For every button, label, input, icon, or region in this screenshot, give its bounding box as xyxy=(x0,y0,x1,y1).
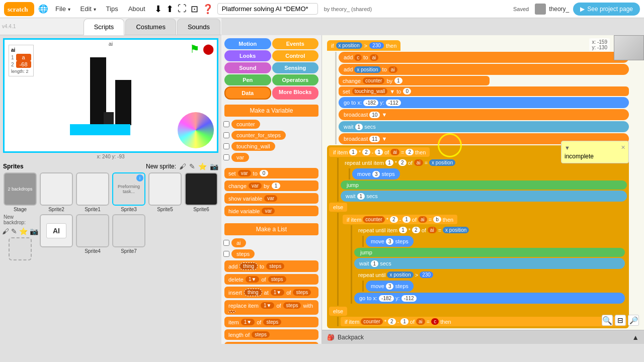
block-add-xpos-ai[interactable]: add x position to ai xyxy=(339,64,629,75)
block-change-counter[interactable]: change counter by 1 xyxy=(339,76,490,85)
var-check-touching-wall[interactable] xyxy=(223,143,229,149)
block-wait-1[interactable]: wait 1 secs xyxy=(339,121,629,132)
list-block-ai[interactable]: ai xyxy=(231,238,246,247)
upload-icon[interactable]: ⬆ xyxy=(166,4,174,15)
block-contains[interactable]: steps contains thing xyxy=(224,342,318,344)
sprite-info-icon[interactable]: i xyxy=(136,174,143,182)
block-broadcast-10[interactable]: broadcast 10 ▼ xyxy=(339,109,629,120)
category-sensing[interactable]: Sensing xyxy=(272,62,319,73)
category-motion[interactable]: Motion xyxy=(224,38,271,49)
menu-tips[interactable]: Tips xyxy=(103,3,121,15)
project-name-input[interactable] xyxy=(217,3,318,15)
menu-edit[interactable]: Edit ▾ xyxy=(77,3,99,15)
sprite-box-sprite7[interactable] xyxy=(112,214,145,247)
sprite-box-sprite2[interactable] xyxy=(40,172,73,206)
sprite-box-ai[interactable]: AI xyxy=(40,214,73,247)
sprite-box-sprite4[interactable] xyxy=(76,214,109,247)
category-events[interactable]: Events xyxy=(272,38,319,49)
block-move-3-2[interactable]: move 3 steps xyxy=(366,236,414,247)
block-insert-thing[interactable]: insert thing at 1▼ of steps xyxy=(224,287,318,298)
category-control[interactable]: Control xyxy=(272,50,319,61)
fullscreen-icon[interactable]: ⛶ xyxy=(178,4,187,14)
else-body-2: if item counter * 2 - 1 of ai = c then xyxy=(337,317,627,326)
surprise-sprite-icon[interactable]: ⭐ xyxy=(198,162,207,170)
block-if-xpos[interactable]: if x position > 230 then xyxy=(327,40,400,51)
backdrop-thumb[interactable] xyxy=(9,237,32,260)
tab-scripts[interactable]: Scripts xyxy=(84,19,125,35)
block-jump-2[interactable]: jump xyxy=(354,248,625,257)
zoom-reset-button[interactable]: ⊟ xyxy=(615,315,626,326)
category-moreblocks[interactable]: More Blocks xyxy=(272,86,319,100)
block-wait-1-3[interactable]: wait 1 secs xyxy=(354,258,625,269)
menu-about[interactable]: About xyxy=(125,3,148,15)
menu-file[interactable]: File ▾ xyxy=(52,3,73,15)
help-icon[interactable]: ❓ xyxy=(202,4,213,15)
block-item-of[interactable]: item 1▼ of steps xyxy=(224,317,318,327)
block-change-var[interactable]: change var by 1 xyxy=(224,180,318,191)
block-wait-1-2[interactable]: wait 1 secs xyxy=(341,191,627,202)
edit-backdrop-icon[interactable]: ✎ xyxy=(11,227,17,235)
block-show-var[interactable]: show variable var xyxy=(224,193,318,204)
block-delete-of[interactable]: delete 1▼ of steps xyxy=(224,274,318,285)
block-add-thing[interactable]: add thing to steps xyxy=(224,260,318,272)
block-if-item-c[interactable]: if item counter * 2 - 1 of ai = c then xyxy=(341,317,627,326)
globe-icon[interactable]: 🌐 xyxy=(38,4,48,14)
make-list-button[interactable]: Make a List xyxy=(224,223,318,235)
block-goto-xy[interactable]: go to x: -182 y: -112 xyxy=(339,97,629,108)
block-repeat-until-2[interactable]: repeat until item 1 * 2 of ai = x positi… xyxy=(354,225,625,235)
var-block-var[interactable]: var xyxy=(231,153,249,162)
list-block-steps[interactable]: steps xyxy=(231,249,255,258)
backpack-chevron[interactable]: ▲ xyxy=(632,333,639,341)
block-add-c-ai[interactable]: add c to ai xyxy=(339,52,629,63)
see-project-button[interactable]: ▶ See project page xyxy=(573,3,640,16)
username[interactable]: theory_ xyxy=(549,6,569,13)
var-check-counter-steps[interactable] xyxy=(223,132,229,138)
tab-sounds[interactable]: Sounds xyxy=(177,19,220,35)
backpack-bar[interactable]: 🎒 Backpack ▲ xyxy=(322,330,644,344)
var-check-var[interactable] xyxy=(223,154,229,160)
category-looks[interactable]: Looks xyxy=(224,50,271,61)
sprite-box-sprite6[interactable] xyxy=(185,172,218,206)
block-move-3-3[interactable]: move 3 steps xyxy=(366,281,414,292)
var-block-touching-wall[interactable]: touching_wall xyxy=(231,142,275,151)
sprite-box-stage[interactable]: 2 backdrops xyxy=(4,172,37,206)
var-block-counter[interactable]: counter xyxy=(231,120,260,129)
upload-sprite-icon[interactable]: 📷 xyxy=(210,162,218,170)
zoom-in-button[interactable]: 🔍 xyxy=(602,315,613,326)
block-goto-xy-2[interactable]: go to x: -182 y: -112 xyxy=(354,293,625,304)
tab-costumes[interactable]: Costumes xyxy=(125,19,176,35)
note-close[interactable]: ✕ xyxy=(621,144,625,151)
zoom-out-button[interactable]: 🔎 xyxy=(628,315,639,326)
block-length-of[interactable]: length of steps xyxy=(224,329,318,340)
block-set-var[interactable]: set var to 0 xyxy=(224,168,318,178)
block-if-item[interactable]: if item 1 * 2 - 1 of ai = 2 then xyxy=(329,147,430,157)
var-check-counter[interactable] xyxy=(223,121,229,127)
var-block-counter-steps[interactable]: counter_for_steps xyxy=(231,131,286,140)
sprite-box-sprite1[interactable] xyxy=(76,172,109,206)
block-set-touching[interactable]: set touching_wall ▼ to 0 xyxy=(339,86,629,96)
list-check-ai[interactable] xyxy=(223,240,229,246)
shrink-icon[interactable]: ⊡ xyxy=(191,4,198,15)
paint-sprite-icon[interactable]: 🖌 xyxy=(179,162,186,170)
category-pen[interactable]: Pen xyxy=(224,74,271,85)
block-hide-var[interactable]: hide variable var xyxy=(224,206,318,216)
block-jump-1[interactable]: jump xyxy=(341,180,627,190)
block-move-3-1[interactable]: move 3 steps xyxy=(352,168,400,179)
paint-backdrop-icon[interactable]: 🖌 xyxy=(2,227,9,235)
block-replace-item[interactable]: replace item 1▼ of steps with xyxy=(224,300,318,315)
sprite-box-sprite5[interactable] xyxy=(148,172,182,206)
stop-button[interactable]: ⬤ xyxy=(203,43,214,56)
category-sound[interactable]: Sound xyxy=(224,62,271,73)
surprise-backdrop-icon[interactable]: ⭐ xyxy=(19,227,28,235)
list-check-steps[interactable] xyxy=(223,251,229,257)
category-data[interactable]: Data xyxy=(224,86,271,100)
download-icon[interactable]: ⬇ xyxy=(154,4,162,15)
make-variable-button[interactable]: Make a Variable xyxy=(224,105,318,117)
sprite-box-sprite3[interactable]: i Preformingtask... xyxy=(112,172,145,206)
edit-sprite-icon[interactable]: ✎ xyxy=(189,162,195,170)
category-operators[interactable]: Operators xyxy=(272,74,319,85)
green-flag-button[interactable]: ⚑ xyxy=(190,43,200,56)
block-if-counter[interactable]: if item counter * 2 - 1 of ai = b then xyxy=(343,215,457,224)
block-repeat-xpos[interactable]: repeat until x position > 230 xyxy=(354,270,625,280)
camera-backdrop-icon[interactable]: 📷 xyxy=(30,227,38,235)
